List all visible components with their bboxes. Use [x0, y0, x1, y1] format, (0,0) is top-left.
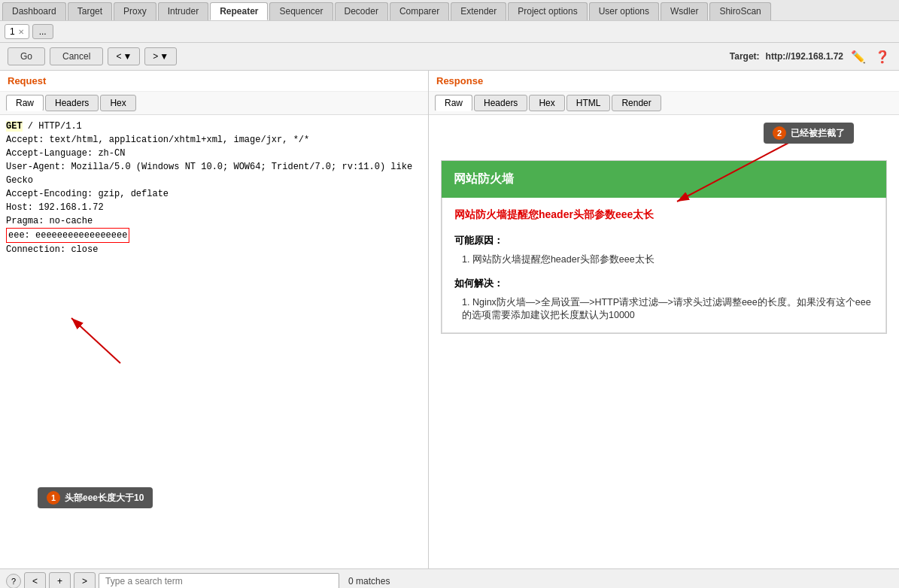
svg-line-1: [71, 318, 120, 363]
get-highlight: GET: [6, 121, 23, 132]
go-button[interactable]: Go: [8, 47, 45, 65]
forward-icon: >: [153, 51, 158, 62]
cancel-button[interactable]: Cancel: [50, 47, 103, 65]
firewall-block: 网站防火墙 网站防火墙提醒您header头部参数eee太长 可能原因： 1. 网…: [441, 160, 887, 334]
section2-title: 如何解决：: [454, 277, 873, 290]
response-sub-tabs: Raw Headers Hex HTML Render: [429, 92, 899, 115]
request-content-area[interactable]: GET / HTTP/1.1 Accept: text/html, applic…: [0, 115, 428, 261]
tab-wsdler[interactable]: Wsdler: [661, 2, 708, 20]
tab-target[interactable]: Target: [68, 2, 112, 20]
response-tab-hex[interactable]: Hex: [529, 95, 564, 111]
callout-text-2: 已经被拦截了: [791, 127, 845, 140]
badge-2: 2: [773, 126, 786, 140]
tab-intruder[interactable]: Intruder: [158, 2, 208, 20]
response-title: Response: [429, 71, 899, 92]
tab-dashboard[interactable]: Dashboard: [2, 2, 66, 20]
back-icon: <: [116, 51, 121, 62]
target-info: Target: http://192.168.1.72 ✏️ ❓: [730, 48, 891, 65]
annotation-1: 1 头部eee长度大于10: [38, 487, 153, 508]
help-circle-button[interactable]: ?: [6, 574, 21, 588]
forward-button[interactable]: > ▼: [144, 47, 177, 65]
tab-comparer[interactable]: Comparer: [390, 2, 449, 20]
tab-proxy[interactable]: Proxy: [114, 2, 156, 20]
instance-tab-row: 1 ✕ ...: [0, 21, 899, 43]
tab-sequencer[interactable]: Sequencer: [269, 2, 333, 20]
bottom-back-button[interactable]: <: [24, 572, 46, 588]
section2-text: 1. Nginx防火墙—>全局设置—>HTTP请求过滤—>请求头过滤调整eee的…: [462, 297, 871, 320]
response-tab-headers[interactable]: Headers: [474, 95, 527, 111]
back-arrow-icon: ▼: [123, 51, 132, 62]
bottom-add-button[interactable]: +: [49, 572, 71, 588]
section2-content: 1. Nginx防火墙—>全局设置—>HTTP请求过滤—>请求头过滤调整eee的…: [462, 296, 873, 322]
tab-project-options[interactable]: Project options: [508, 2, 587, 20]
tab-instance-dots[interactable]: ...: [32, 24, 53, 39]
section1-content: 1. 网站防火墙提醒您header头部参数eee太长: [462, 253, 873, 266]
target-url: http://192.168.1.72: [766, 51, 843, 62]
tab-repeater[interactable]: Repeater: [210, 2, 268, 20]
request-text: GET / HTTP/1.1 Accept: text/html, applic…: [0, 115, 428, 261]
tab-user-options[interactable]: User options: [589, 2, 659, 20]
top-tab-bar: Dashboard Target Proxy Intruder Repeater…: [0, 0, 899, 21]
toolbar: Go Cancel < ▼ > ▼ Target: http://192.168…: [0, 43, 899, 71]
search-input[interactable]: [99, 573, 339, 588]
request-tab-headers[interactable]: Headers: [45, 95, 99, 111]
section1-item-1: 1. 网站防火墙提醒您header头部参数eee太长: [462, 254, 655, 265]
response-content-wrapper: 2 已经被拦截了 网站防火墙 网站防火墙提醒: [429, 115, 899, 568]
tab-decoder[interactable]: Decoder: [335, 2, 388, 20]
help-button[interactable]: ❓: [873, 48, 891, 65]
annotation-2: 2 已经被拦截了: [764, 123, 854, 144]
badge-1: 1: [47, 491, 60, 505]
eee-highlighted-line: eee: eeeeeeeeeeeeeeeee: [6, 228, 129, 243]
back-button[interactable]: < ▼: [108, 47, 140, 65]
response-tab-raw[interactable]: Raw: [435, 95, 472, 111]
tab-extender[interactable]: Extender: [451, 2, 506, 20]
section1-title: 可能原因：: [454, 234, 873, 247]
request-overlay-container: GET / HTTP/1.1 Accept: text/html, applic…: [0, 115, 428, 568]
bottom-forward-button[interactable]: >: [74, 572, 96, 588]
request-title: Request: [0, 71, 428, 92]
firewall-header: 网站防火墙: [442, 161, 886, 198]
bottom-bar: ? < + > 0 matches: [0, 568, 899, 588]
edit-target-button[interactable]: ✏️: [849, 48, 867, 65]
target-label: Target:: [730, 51, 760, 62]
callout-box-2: 2 已经被拦截了: [764, 123, 854, 144]
forward-arrow-icon: ▼: [159, 51, 169, 62]
response-panel: Response Raw Headers Hex HTML Render 2 已…: [429, 71, 899, 568]
response-tab-render[interactable]: Render: [612, 95, 661, 111]
tab-instance-1[interactable]: 1 ✕: [5, 24, 29, 39]
matches-text: 0 matches: [348, 576, 390, 586]
firewall-body: 网站防火墙提醒您header头部参数eee太长 可能原因： 1. 网站防火墙提醒…: [442, 198, 886, 333]
tab-instance-close[interactable]: ✕: [18, 28, 24, 36]
request-tab-raw[interactable]: Raw: [6, 95, 44, 111]
response-tab-html[interactable]: HTML: [566, 95, 611, 111]
tab-shiroscan[interactable]: ShiroScan: [709, 2, 770, 20]
request-panel: Request Raw Headers Hex GET / HTTP/1.1 A…: [0, 71, 429, 568]
response-body: 网站防火墙 网站防火墙提醒您header头部参数eee太长 可能原因： 1. 网…: [429, 153, 899, 356]
firewall-red-text: 网站防火墙提醒您header头部参数eee太长: [454, 208, 873, 222]
callout-text-1: 头部eee长度大于10: [65, 492, 144, 505]
request-sub-tabs: Raw Headers Hex: [0, 92, 428, 115]
tab-instance-number: 1: [10, 26, 15, 37]
request-tab-hex[interactable]: Hex: [100, 95, 135, 111]
main-area: Request Raw Headers Hex GET / HTTP/1.1 A…: [0, 71, 899, 568]
callout-box-1: 1 头部eee长度大于10: [38, 487, 153, 508]
